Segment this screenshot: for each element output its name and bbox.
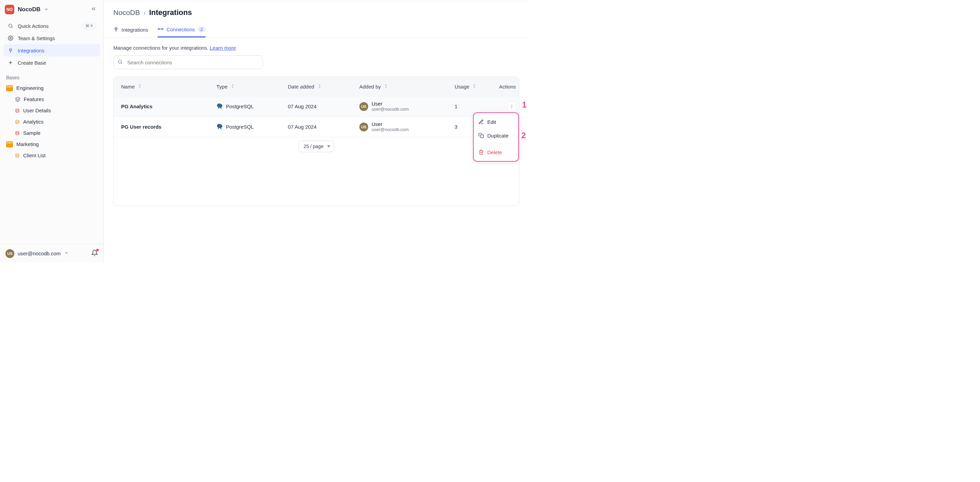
cell-date: 07 Aug 2024: [280, 103, 352, 109]
cell-added-by: US User user@nocodb.com: [352, 101, 447, 111]
breadcrumb-root[interactable]: NocoDB: [113, 8, 140, 17]
table-header: Name Type Date added: [114, 77, 519, 96]
postgres-icon: [216, 103, 223, 110]
tab-count-badge: 2: [198, 27, 205, 32]
plug-icon: [8, 48, 14, 53]
table-features[interactable]: Features: [2, 94, 102, 105]
table-footer: 25 / page 2 records: [114, 137, 519, 155]
col-label: Type: [216, 84, 228, 89]
svg-line-10: [121, 63, 122, 64]
sort-icon: [317, 84, 322, 89]
col-name[interactable]: Name: [114, 84, 209, 89]
search-icon: [118, 59, 123, 66]
base-icon: [6, 141, 13, 147]
user-email: user@nocodb.com: [372, 127, 409, 132]
plus-icon: [8, 60, 14, 65]
sidebar-footer: US user@nocodb.com: [0, 244, 103, 262]
chevron-up-icon[interactable]: [64, 251, 69, 256]
menu-delete[interactable]: Delete: [474, 145, 518, 159]
col-added-by[interactable]: Added by: [352, 84, 447, 89]
nav-quick-actions[interactable]: Quick Actions ⌘ K: [3, 20, 100, 32]
tab-integrations[interactable]: Integrations: [113, 22, 148, 37]
cell-type: PostgreSQL: [209, 103, 280, 110]
menu-label: Edit: [487, 119, 496, 125]
menu-label: Duplicate: [487, 133, 509, 138]
chevron-right-icon: ›: [143, 8, 146, 17]
connections-table: Name Type Date added: [113, 76, 519, 206]
base-marketing[interactable]: Marketing: [2, 138, 102, 150]
learn-more-link[interactable]: Learn more: [210, 45, 236, 51]
postgres-icon: [216, 124, 223, 130]
gear-icon: [8, 35, 14, 41]
tab-label: Integrations: [121, 27, 148, 33]
nav-label: Quick Actions: [18, 23, 49, 29]
connections-icon: [158, 26, 164, 33]
base-icon: [6, 85, 13, 91]
table-client-list[interactable]: Client List: [2, 150, 102, 161]
table-label: Features: [24, 96, 44, 102]
database-icon: [15, 108, 20, 113]
collapse-sidebar-button[interactable]: [89, 5, 99, 15]
nav-label: Create Base: [18, 60, 46, 66]
page-size-select[interactable]: 25 / page: [298, 141, 334, 152]
page-size-label: 25 / page: [304, 144, 323, 149]
menu-label: Delete: [487, 150, 502, 155]
sidebar-nav: Quick Actions ⌘ K Team & Settings Integr…: [0, 19, 103, 70]
col-usage[interactable]: Usage: [447, 84, 498, 89]
table-row[interactable]: PG Analytics PostgreSQL 07 Aug 2024 US U…: [114, 96, 519, 116]
tab-connections[interactable]: Connections 2: [158, 23, 205, 37]
avatar: US: [360, 122, 368, 131]
database-icon: [15, 153, 20, 158]
svg-point-11: [511, 105, 512, 105]
base-label: Engineering: [16, 85, 43, 91]
notification-dot-icon: [96, 249, 99, 251]
table-label: User Details: [23, 108, 51, 113]
search-icon: [8, 23, 14, 29]
sidebar: NO NocoDB Quick Actions ⌘ K Team & Setti…: [0, 0, 104, 262]
svg-point-9: [118, 60, 121, 63]
nav-create-base[interactable]: Create Base: [3, 57, 100, 69]
workspace-switcher[interactable]: NO NocoDB: [0, 0, 103, 19]
svg-point-12: [511, 106, 512, 107]
avatar: US: [360, 102, 368, 111]
type-label: PostgreSQL: [226, 124, 254, 130]
base-label: Marketing: [16, 141, 39, 147]
nav-integrations[interactable]: Integrations: [3, 44, 100, 57]
menu-duplicate[interactable]: Duplicate: [474, 129, 518, 142]
user-name: User: [372, 101, 409, 107]
base-engineering[interactable]: Engineering: [2, 83, 102, 94]
notifications-button[interactable]: [91, 250, 98, 257]
table-user-details[interactable]: User Details: [2, 105, 102, 116]
table-sample[interactable]: Sample: [2, 127, 102, 138]
footer-user-email[interactable]: user@nocodb.com: [18, 251, 60, 256]
page-title: Integrations: [149, 8, 192, 17]
row-actions-button[interactable]: [507, 102, 517, 111]
cell-name: PG User records: [114, 124, 209, 130]
col-label: Date added: [288, 84, 314, 89]
description-text: Manage connections for your integrations…: [113, 45, 208, 51]
database-icon: [15, 131, 20, 135]
keyboard-shortcut: ⌘ K: [83, 23, 96, 29]
chevron-down-icon: [44, 7, 49, 13]
sort-icon: [137, 84, 142, 89]
svg-point-7: [162, 28, 163, 30]
cell-type: PostgreSQL: [209, 124, 280, 130]
nav-team-settings[interactable]: Team & Settings: [3, 32, 100, 44]
col-type[interactable]: Type: [209, 84, 280, 89]
svg-point-0: [9, 24, 12, 27]
bases-heading: Bases: [0, 70, 103, 83]
content: Manage connections for your integrations…: [104, 37, 529, 262]
svg-rect-14: [480, 135, 484, 138]
col-date[interactable]: Date added: [280, 84, 352, 89]
annotation-callout-2: 2: [521, 131, 526, 140]
sort-icon: [231, 84, 235, 89]
search-input[interactable]: [113, 56, 263, 69]
brand-badge: NO: [5, 5, 14, 14]
table-analytics[interactable]: Analytics: [2, 116, 102, 127]
user-email: user@nocodb.com: [372, 107, 409, 112]
table-label: Client List: [23, 153, 46, 158]
avatar[interactable]: US: [5, 249, 14, 258]
table-row[interactable]: PG User records PostgreSQL 07 Aug 2024 U…: [114, 116, 519, 137]
cell-added-by: US User user@nocodb.com: [352, 121, 447, 132]
menu-edit[interactable]: Edit: [474, 115, 518, 129]
